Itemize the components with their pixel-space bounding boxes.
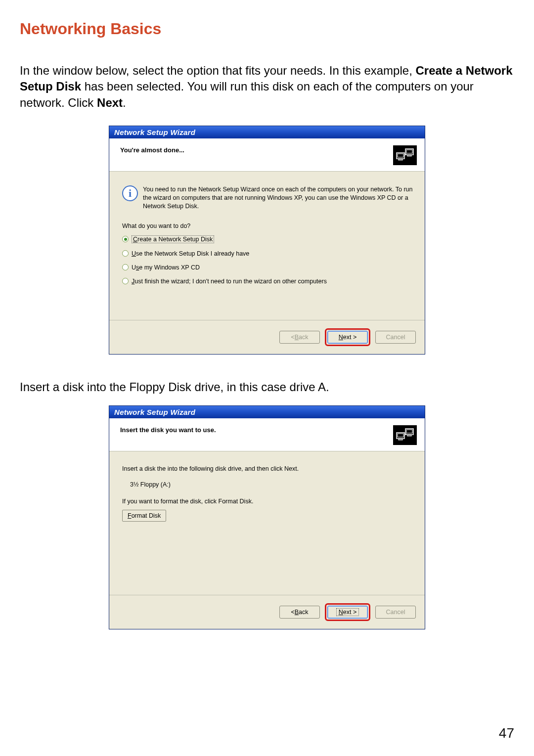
back-button[interactable]: < Back [279, 606, 320, 619]
svg-rect-9 [399, 439, 402, 440]
radio-just-finish[interactable]: Just finish the wizard; I don't need to … [122, 278, 414, 285]
format-hint: If you want to format the disk, click Fo… [122, 498, 414, 505]
button-bar: < Back Next > Cancel [109, 320, 425, 354]
svg-rect-2 [399, 159, 402, 160]
mid-paragraph: Insert a disk into the Floppy Disk drive… [20, 379, 514, 395]
wizard-body: i You need to run the Network Setup Wiza… [109, 172, 425, 320]
format-disk-button[interactable]: Format Disk [122, 510, 166, 522]
radio-icon [122, 278, 129, 284]
wizard-subtitle: Insert the disk you want to use. [120, 425, 216, 434]
intro-paragraph: In the window below, select the option t… [20, 63, 514, 111]
radio-icon [122, 264, 129, 270]
wizard-header: Insert the disk you want to use. [109, 418, 425, 451]
radio-create-disk[interactable]: Create a Network Setup Disk [122, 235, 414, 243]
svg-rect-5 [407, 155, 411, 156]
wizard-window-2: Network Setup Wizard Insert the disk you… [109, 405, 425, 629]
radio-use-existing-disk[interactable]: Use the Network Setup Disk I already hav… [122, 250, 414, 257]
wizard-body: Insert a disk the into the following dis… [109, 451, 425, 595]
radio-icon [122, 236, 129, 242]
svg-rect-1 [398, 154, 403, 157]
wizard-subtitle: You're almost done... [120, 145, 184, 154]
computers-icon [393, 145, 417, 165]
info-text: You need to run the Network Setup Wizard… [143, 185, 414, 211]
next-button[interactable]: Next > [327, 606, 368, 619]
radio-icon [122, 250, 129, 257]
svg-rect-8 [398, 434, 403, 437]
radio-label: Use the Network Setup Disk I already hav… [132, 250, 249, 257]
radio-use-xp-cd[interactable]: Use my Windows XP CD [122, 264, 414, 271]
intro-post: . [123, 96, 126, 109]
radio-label: Create a Network Setup Disk [132, 235, 214, 243]
page-number: 47 [499, 725, 514, 741]
wizard-header: You're almost done... [109, 138, 425, 172]
next-button[interactable]: Next > [327, 331, 368, 344]
titlebar: Network Setup Wizard [109, 126, 425, 138]
wizard-window-1: Network Setup Wizard You're almost done.… [109, 126, 425, 355]
svg-rect-4 [406, 150, 412, 153]
radio-label: Use my Windows XP CD [132, 264, 200, 271]
insert-disk-text: Insert a disk the into the following dis… [122, 465, 414, 472]
question-label: What do you want to do? [122, 222, 414, 229]
page-title: Networking Basics [20, 20, 514, 38]
computers-icon [393, 425, 417, 445]
intro-bold2: Next [97, 96, 123, 109]
back-button[interactable]: < Back [279, 331, 320, 344]
titlebar: Network Setup Wizard [109, 406, 425, 418]
cancel-button[interactable]: Cancel [375, 606, 416, 619]
intro-pre: In the window below, select the option t… [20, 64, 415, 77]
button-bar: < Back Next > Cancel [109, 595, 425, 629]
svg-rect-11 [406, 430, 412, 433]
drive-name: 3½ Floppy (A:) [130, 481, 414, 488]
next-highlight: Next > [325, 328, 370, 346]
info-icon: i [122, 185, 138, 201]
radio-label: Just finish the wizard; I don't need to … [132, 278, 327, 285]
intro-mid: has been selected. You will run this dis… [20, 80, 474, 109]
cancel-button[interactable]: Cancel [375, 331, 416, 344]
info-row: i You need to run the Network Setup Wiza… [122, 185, 414, 211]
next-highlight: Next > [325, 603, 370, 621]
svg-rect-12 [407, 435, 411, 436]
